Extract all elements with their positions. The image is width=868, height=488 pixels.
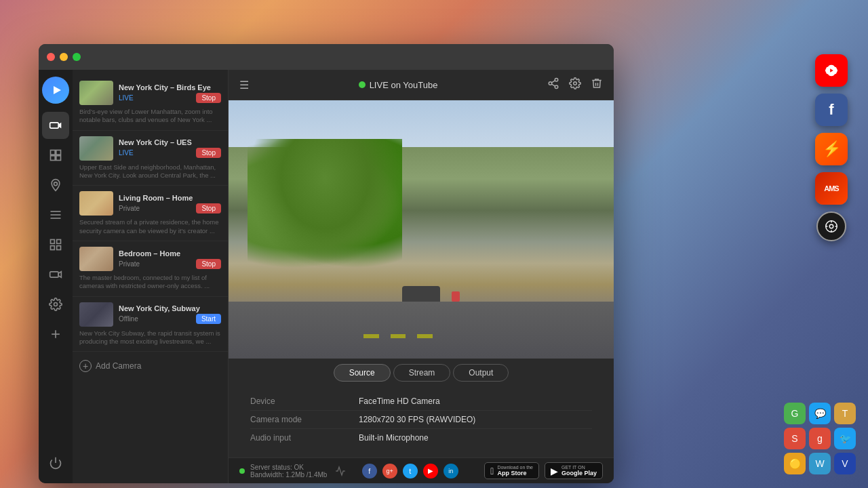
live-indicator: LIVE on YouTube: [257, 80, 539, 90]
add-camera-label: Add Camera: [96, 361, 141, 371]
sidebar-item-settings[interactable]: [42, 291, 69, 318]
social-facebook[interactable]: f: [362, 464, 377, 479]
camera-status-1: LIVE: [119, 149, 134, 157]
add-camera-button[interactable]: + Add Camera: [73, 352, 228, 380]
social-linkedin[interactable]: in: [443, 464, 458, 479]
camera-header-2: Living Room – Home Private Stop: [79, 191, 221, 216]
camera-status-4: Offline: [119, 315, 138, 323]
svg-marker-0: [54, 86, 61, 94]
camera-thumb-3: [79, 247, 113, 271]
sidebar-item-power[interactable]: [42, 449, 69, 476]
sidebar-item-location[interactable]: [42, 171, 69, 199]
social-twitter[interactable]: t: [403, 464, 418, 479]
svg-point-22: [549, 81, 552, 85]
trees: [248, 139, 401, 268]
right-dock: f ⚡ AMS: [815, 54, 848, 241]
ams-dock-icon[interactable]: AMS: [815, 172, 848, 205]
maximize-button[interactable]: [73, 53, 81, 61]
tab-stream[interactable]: Stream: [393, 364, 451, 382]
sidebar-item-scenes[interactable]: [42, 142, 69, 169]
minimize-button[interactable]: [60, 53, 68, 61]
store-badges:  Download on the App Store ▶ GET IT ON …: [484, 462, 603, 479]
mini-s-icon[interactable]: S: [784, 428, 806, 449]
sidebar-item-video[interactable]: [42, 261, 69, 288]
trash-icon[interactable]: [591, 77, 603, 93]
lightning-dock-icon[interactable]: ⚡: [815, 133, 848, 165]
google-play-badge[interactable]: ▶ GET IT ON Google Play: [545, 462, 603, 479]
youtube-dock-icon[interactable]: [815, 54, 848, 87]
mini-v-icon[interactable]: V: [834, 453, 856, 474]
s5-dock-icon[interactable]: [816, 211, 846, 241]
svg-rect-13: [51, 246, 55, 250]
mini-chat-icon[interactable]: 💬: [809, 403, 831, 424]
camera-info-2: Living Room – Home Private Stop: [119, 194, 221, 214]
svg-rect-5: [51, 156, 56, 161]
close-button[interactable]: [47, 53, 55, 61]
camera-btn-1[interactable]: Stop: [196, 148, 221, 158]
svg-marker-16: [58, 272, 61, 277]
device-value: FaceTime HD Camera: [359, 396, 440, 406]
top-bar: ☰ LIVE on YouTube: [229, 70, 614, 100]
svg-rect-4: [56, 150, 61, 155]
app-store-badge[interactable]:  Download on the App Store: [484, 462, 539, 479]
app-body: New York City – Birds Eye LIVE Stop Bird…: [39, 70, 614, 483]
mini-g2-icon[interactable]: g: [809, 428, 831, 449]
camera-status-0: LIVE: [119, 94, 134, 102]
menu-icon[interactable]: ☰: [239, 79, 249, 92]
device-label: Device: [250, 396, 359, 406]
camera-btn-0[interactable]: Stop: [196, 93, 221, 103]
camera-btn-2[interactable]: Stop: [196, 203, 221, 214]
social-youtube[interactable]: ▶: [423, 464, 438, 479]
svg-point-23: [555, 85, 558, 89]
svg-line-25: [551, 80, 555, 82]
road-marking-2: [391, 334, 406, 338]
settings-icon[interactable]: [569, 77, 581, 93]
main-content: ☰ LIVE on YouTube: [229, 70, 614, 483]
camera-mode-label: Camera mode: [250, 415, 359, 424]
camera-status-row-3: Private Stop: [119, 259, 221, 269]
camera-item-0[interactable]: New York City – Birds Eye LIVE Stop Bird…: [73, 75, 228, 131]
camera-desc-2: Secured stream of a private residence, t…: [79, 218, 221, 235]
video-preview: [229, 100, 614, 359]
mini-wp-icon[interactable]: W: [809, 453, 831, 474]
svg-point-28: [829, 224, 833, 228]
top-bar-actions: [547, 77, 603, 93]
tab-source[interactable]: Source: [334, 364, 391, 382]
social-googleplus[interactable]: g+: [382, 464, 397, 479]
camera-desc-3: The master bedroom, connected to my list…: [79, 274, 221, 291]
camera-item-3[interactable]: Bedroom – Home Private Stop The master b…: [73, 241, 228, 297]
svg-rect-15: [50, 272, 59, 277]
status-bar: Server status: OK Bandwidth: 1.2Mb /1.4M…: [229, 458, 614, 483]
sidebar-item-list[interactable]: [42, 201, 69, 228]
source-row-device: Device FaceTime HD Camera: [250, 392, 592, 411]
camera-name-4: New York City, Subway: [119, 304, 221, 312]
mini-google-icon[interactable]: G: [784, 403, 806, 424]
facebook-dock-icon[interactable]: f: [815, 94, 848, 126]
mini-t-icon[interactable]: T: [834, 403, 856, 424]
traffic-lights: [47, 53, 81, 61]
mini-twitter-icon[interactable]: 🐦: [834, 428, 856, 449]
share-icon[interactable]: [547, 77, 559, 93]
camera-item-1[interactable]: New York City – UES LIVE Stop Upper East…: [73, 131, 228, 186]
road-marking-3: [417, 334, 433, 338]
svg-rect-12: [57, 240, 61, 244]
camera-item-4[interactable]: New York City, Subway Offline Start New …: [73, 297, 228, 352]
app-logo[interactable]: [42, 77, 69, 104]
title-bar: [39, 44, 614, 70]
camera-desc-1: Upper East Side and neighborhood, Manhat…: [79, 163, 221, 180]
mini-w-icon[interactable]: 🟡: [784, 453, 806, 474]
source-row-camera-mode: Camera mode 868x488 30 FPS (RAWVIDEO): [250, 411, 592, 429]
camera-btn-3[interactable]: Stop: [196, 259, 221, 269]
camera-status-row-1: LIVE Stop: [119, 148, 221, 158]
svg-rect-3: [51, 150, 56, 155]
tab-output[interactable]: Output: [453, 364, 509, 382]
sidebar-item-plus[interactable]: [42, 321, 69, 348]
camera-item-2[interactable]: Living Room – Home Private Stop Secured …: [73, 186, 228, 241]
live-text: LIVE on YouTube: [370, 80, 438, 90]
source-row-audio-input: Audio input Built-in Microphone: [250, 429, 592, 447]
camera-info-4: New York City, Subway Offline Start: [119, 304, 221, 324]
camera-btn-4[interactable]: Start: [196, 314, 221, 324]
sidebar-item-cameras[interactable]: [42, 112, 69, 139]
sidebar-item-grid[interactable]: [42, 231, 69, 258]
camera-header-1: New York City – UES LIVE Stop: [79, 136, 221, 161]
